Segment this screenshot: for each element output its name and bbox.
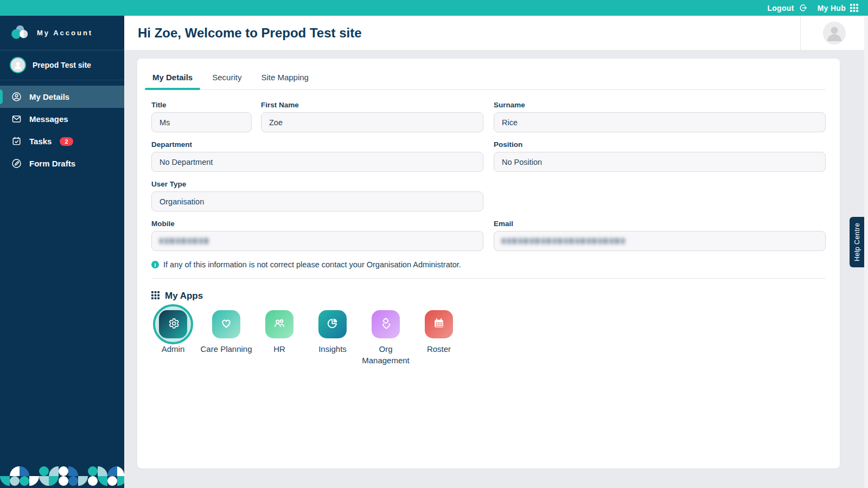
position-label: Position xyxy=(494,140,826,149)
first-name-label: First Name xyxy=(261,101,483,109)
site-row[interactable]: Prepod Test site xyxy=(0,50,124,80)
app-label: Care Planning xyxy=(200,343,252,355)
details-form: Title First Name Department User Type xyxy=(151,101,826,259)
details-card: My Details Security Site Mapping Title F… xyxy=(137,59,840,468)
tab-security[interactable]: Security xyxy=(211,68,242,89)
sidebar-item-tasks[interactable]: Tasks 2 xyxy=(0,130,124,152)
department-field[interactable] xyxy=(151,152,483,172)
sidebar-item-label: Tasks xyxy=(29,137,52,146)
email-label: Email xyxy=(494,220,826,228)
my-hub-label: My Hub xyxy=(818,4,846,12)
app-admin: Admin xyxy=(146,310,200,366)
pencil-circle-icon xyxy=(10,158,22,170)
sidebar-item-messages[interactable]: Messages xyxy=(0,108,124,130)
hr-app-button[interactable] xyxy=(265,310,293,338)
my-apps-title: My Apps xyxy=(165,291,203,301)
site-name: Prepod Test site xyxy=(33,61,91,69)
heart-icon xyxy=(219,316,233,332)
sidebar-menu: My Details Messages Tasks 2 xyxy=(0,86,124,175)
pie-chart-icon xyxy=(326,316,340,332)
mobile-field[interactable] xyxy=(151,231,483,251)
user-avatar[interactable] xyxy=(823,22,846,44)
help-centre-tab[interactable]: Help Centre xyxy=(850,217,864,267)
surname-label: Surname xyxy=(494,101,826,109)
user-type-field[interactable] xyxy=(151,191,483,211)
decorative-mosaic xyxy=(0,466,124,488)
section-divider xyxy=(151,278,826,279)
mobile-label: Mobile xyxy=(151,220,483,228)
calendar-icon xyxy=(432,316,446,332)
roster-app-button[interactable] xyxy=(425,310,453,338)
app-label: Org Management xyxy=(359,343,412,366)
surname-field[interactable] xyxy=(494,112,826,132)
site-avatar-icon xyxy=(10,57,26,73)
insights-app-button[interactable] xyxy=(318,310,347,338)
first-name-field[interactable] xyxy=(261,112,483,132)
tab-site-mapping[interactable]: Site Mapping xyxy=(260,68,310,89)
sidebar-item-label: Messages xyxy=(29,114,68,124)
people-icon xyxy=(272,316,286,332)
sidebar-item-my-details[interactable]: My Details xyxy=(0,86,124,108)
logout-label: Logout xyxy=(767,4,794,12)
title-field[interactable] xyxy=(151,112,252,132)
grid-icon xyxy=(850,4,858,12)
mobile-redacted-value xyxy=(159,238,209,244)
cloud-logo-icon xyxy=(10,24,30,42)
calendar-check-icon xyxy=(10,136,22,147)
envelope-icon xyxy=(10,113,22,125)
sidebar: My Account Prepod Test site My Details xyxy=(0,16,124,488)
apps-row: Admin Care Planning xyxy=(146,310,826,366)
brand-name: My Account xyxy=(37,29,93,37)
layers-icon xyxy=(379,316,393,332)
my-apps-header: My Apps xyxy=(151,291,826,301)
user-type-label: User Type xyxy=(151,180,483,188)
info-note-row: i If any of this information is not corr… xyxy=(151,260,826,269)
info-icon: i xyxy=(151,261,159,268)
sidebar-item-label: My Details xyxy=(29,92,69,101)
main-content: My Details Security Site Mapping Title F… xyxy=(124,50,868,488)
title-label: Title xyxy=(151,101,252,109)
apps-grid-icon xyxy=(151,291,159,301)
app-label: Insights xyxy=(318,343,347,355)
sidebar-item-label: Form Drafts xyxy=(29,159,75,168)
top-bar: Logout My Hub xyxy=(0,0,868,16)
app-label: Roster xyxy=(427,343,451,355)
app-label: HR xyxy=(273,343,285,355)
position-field[interactable] xyxy=(494,152,826,172)
sidebar-item-form-drafts[interactable]: Form Drafts xyxy=(0,152,124,175)
person-circle-icon xyxy=(10,91,22,103)
email-field[interactable] xyxy=(494,231,826,251)
gear-icon xyxy=(166,316,180,332)
page-title: Hi Zoe, Welcome to Prepod Test site xyxy=(124,25,800,41)
logout-link[interactable]: Logout xyxy=(767,3,807,12)
tab-bar: My Details Security Site Mapping xyxy=(151,59,826,90)
app-care-planning: Care Planning xyxy=(200,310,253,366)
logout-icon xyxy=(799,3,808,12)
help-centre-label: Help Centre xyxy=(853,223,861,261)
brand-row: My Account xyxy=(0,16,124,50)
header-profile-area[interactable] xyxy=(800,16,868,50)
app-org-management: Org Management xyxy=(359,310,412,366)
app-label: Admin xyxy=(162,343,185,355)
scrollbar-track[interactable] xyxy=(864,16,868,488)
email-redacted-value xyxy=(502,238,626,244)
app-roster: Roster xyxy=(412,310,465,366)
org-management-app-button[interactable] xyxy=(372,310,400,338)
my-hub-link[interactable]: My Hub xyxy=(818,4,858,12)
admin-app-button[interactable] xyxy=(159,310,187,338)
tab-my-details[interactable]: My Details xyxy=(151,68,194,89)
app-insights: Insights xyxy=(306,310,359,366)
department-label: Department xyxy=(151,140,483,149)
app-hr: HR xyxy=(253,310,306,366)
tasks-count-badge: 2 xyxy=(60,137,73,146)
page-header: Hi Zoe, Welcome to Prepod Test site xyxy=(124,16,868,50)
info-note-text: If any of this information is not correc… xyxy=(163,260,461,269)
care-planning-app-button[interactable] xyxy=(212,310,240,338)
